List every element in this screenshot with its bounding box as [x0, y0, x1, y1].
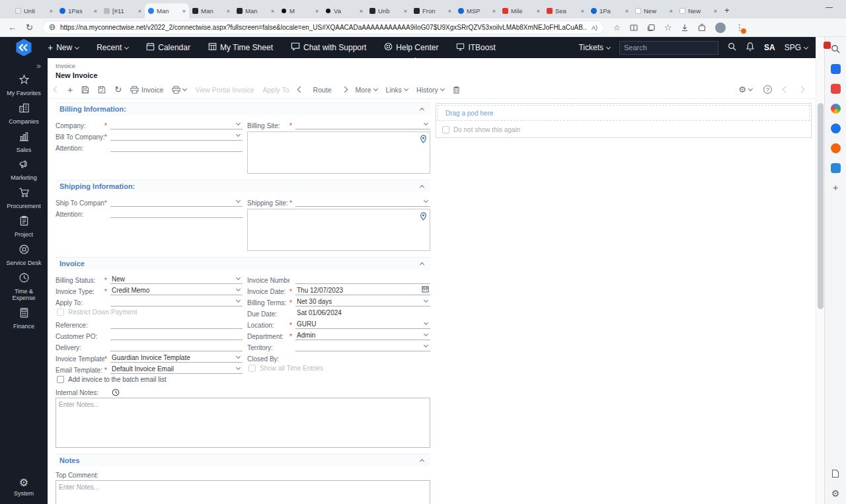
new-menu-button[interactable]: +New	[48, 43, 79, 52]
user-avatar[interactable]: SA	[764, 43, 775, 52]
more-menu-button[interactable]: More	[356, 86, 377, 94]
sidebar-item-sales[interactable]: Sales	[5, 131, 42, 154]
delivery-input[interactable]	[110, 342, 243, 351]
invoice-type-dropdown[interactable]: Credit Memo	[110, 286, 243, 295]
chat-with-support-button[interactable]: Chat with Support	[291, 42, 366, 53]
my-time-sheet-button[interactable]: My Time Sheet	[208, 42, 273, 53]
sidebar-item-system[interactable]: ⚙System	[5, 478, 42, 497]
tab-close-icon[interactable]: ×	[670, 8, 673, 15]
tab-close-icon[interactable]: ×	[227, 8, 230, 15]
sidebar-item-finance[interactable]: Finance	[5, 307, 42, 330]
save-button[interactable]	[81, 86, 89, 94]
billing-site-dropdown[interactable]	[295, 120, 430, 129]
company-dropdown[interactable]	[110, 120, 243, 129]
tab-close-icon[interactable]: ×	[50, 8, 53, 15]
tab-close-icon[interactable]: ×	[94, 8, 97, 15]
apply-to-dropdown[interactable]	[110, 297, 243, 306]
read-aloud-icon[interactable]: A)	[592, 24, 597, 31]
browser-tab[interactable]: Man×	[189, 3, 233, 18]
breadcrumb-item[interactable]: Invoice	[56, 62, 816, 69]
do-not-show-again-checkbox[interactable]	[442, 126, 449, 133]
browser-tab[interactable]: Fron×	[410, 3, 455, 18]
sidebar-item-service-desk[interactable]: Service Desk	[5, 244, 42, 267]
edge-page-icon[interactable]	[830, 468, 841, 479]
help-center-button[interactable]: Help Center	[384, 42, 438, 53]
recent-menu-button[interactable]: Recent	[96, 43, 128, 52]
favorite-star-icon[interactable]: ☆	[613, 24, 621, 32]
edge-app-icon-blue-circle[interactable]	[830, 123, 841, 133]
sidebar-item-companies[interactable]: Companies	[5, 102, 42, 126]
calendar-button[interactable]: Calendar	[146, 42, 190, 53]
batch-email-checkbox[interactable]	[57, 376, 64, 383]
customer-po-input[interactable]	[110, 331, 243, 340]
pod-drop-zone[interactable]: Drag a pod here	[438, 105, 810, 121]
edge-add-icon[interactable]: +	[830, 182, 841, 193]
tickets-menu-button[interactable]: Tickets	[578, 43, 610, 52]
browser-tab[interactable]: M×	[278, 3, 322, 18]
collapse-section-icon[interactable]	[420, 108, 424, 112]
sidebar-item-procurement[interactable]: Procurement	[5, 187, 42, 210]
sidebar-item-time-expense[interactable]: Time & Expense	[5, 272, 42, 303]
edge-app-icon-blue[interactable]	[830, 63, 841, 74]
add-button[interactable]: +	[67, 85, 73, 94]
browser-tab[interactable]: Sea×	[543, 3, 588, 18]
tab-close-icon[interactable]: ×	[138, 8, 141, 15]
collapse-section-icon[interactable]	[420, 262, 424, 267]
browser-tab[interactable]: Va×	[322, 3, 366, 18]
tab-close-icon[interactable]: ×	[625, 8, 629, 15]
itboost-button[interactable]: ITBoost	[456, 43, 495, 53]
notifications-bell-icon[interactable]	[746, 42, 755, 54]
tab-close-icon[interactable]: ×	[271, 8, 274, 15]
route-next-icon[interactable]	[341, 87, 348, 93]
tab-close-icon[interactable]: ×	[581, 8, 584, 15]
edge-settings-icon[interactable]: ⚙	[830, 488, 841, 499]
billing-terms-dropdown[interactable]: Net 30 days	[295, 297, 430, 306]
window-minimize-button[interactable]: —	[826, 3, 833, 11]
ship-to-company-dropdown[interactable]	[110, 198, 243, 207]
save-and-close-button[interactable]	[98, 86, 106, 94]
scrollbar-thumb[interactable]	[818, 103, 824, 309]
internal-notes-textarea[interactable]	[56, 398, 430, 448]
print-invoice-button[interactable]: Invoice	[130, 86, 163, 94]
next-page-icon[interactable]	[799, 87, 804, 92]
tab-close-icon[interactable]: ×	[315, 8, 319, 15]
location-dropdown[interactable]: GURU	[295, 320, 430, 329]
delete-button[interactable]	[453, 86, 460, 94]
settings-gear-button[interactable]: ⚙	[738, 85, 752, 94]
browser-menu-icon[interactable]: ⋮	[735, 23, 744, 32]
edge-app-icon-orange[interactable]	[830, 143, 841, 153]
browser-refresh-button[interactable]: ↻	[26, 23, 33, 32]
edge-app-icon-multicolor[interactable]	[830, 103, 841, 114]
org-switcher[interactable]: SPG	[785, 43, 808, 52]
help-button[interactable]: ?	[763, 85, 772, 94]
extensions-icon[interactable]	[698, 24, 706, 32]
territory-dropdown[interactable]	[295, 342, 430, 351]
favorites-bar-icon[interactable]: ☆	[664, 23, 672, 32]
browser-tab[interactable]: Man×	[233, 3, 278, 18]
invoice-number-input[interactable]	[295, 275, 430, 284]
tab-close-icon[interactable]: ×	[360, 8, 363, 15]
reference-input[interactable]	[110, 320, 243, 329]
email-template-dropdown[interactable]: Default Invoice Email	[110, 365, 243, 374]
tab-close-icon[interactable]: ×	[714, 8, 717, 15]
sidebar-item-marketing[interactable]: Marketing	[5, 159, 42, 182]
apply-to-button[interactable]: Apply To	[262, 86, 289, 94]
shipping-attention-input[interactable]	[110, 209, 243, 218]
browser-tab[interactable]: 1Pa×	[588, 3, 632, 18]
browser-tab[interactable]: New×	[676, 3, 720, 18]
browser-tab[interactable]: 1Pas×	[56, 3, 100, 18]
collections-icon[interactable]	[647, 24, 655, 32]
map-pin-icon[interactable]	[420, 211, 427, 223]
split-screen-icon[interactable]	[630, 24, 638, 32]
edge-app-icon-red[interactable]	[830, 83, 841, 94]
prev-page-icon[interactable]	[783, 87, 788, 92]
browser-tab[interactable]: [#11×	[100, 3, 145, 18]
calendar-icon[interactable]	[422, 286, 429, 294]
map-pin-icon[interactable]	[420, 134, 427, 146]
browser-tab[interactable]: MSP×	[455, 3, 499, 18]
department-dropdown[interactable]: Admin	[295, 331, 430, 340]
edge-app-icon-teal[interactable]	[830, 162, 841, 173]
browser-tab[interactable]: Unti×	[12, 3, 56, 18]
connectwise-logo-icon[interactable]	[0, 38, 48, 57]
address-bar[interactable]: https://na.myconnectwise.net/v2022_2/con…	[42, 20, 604, 34]
